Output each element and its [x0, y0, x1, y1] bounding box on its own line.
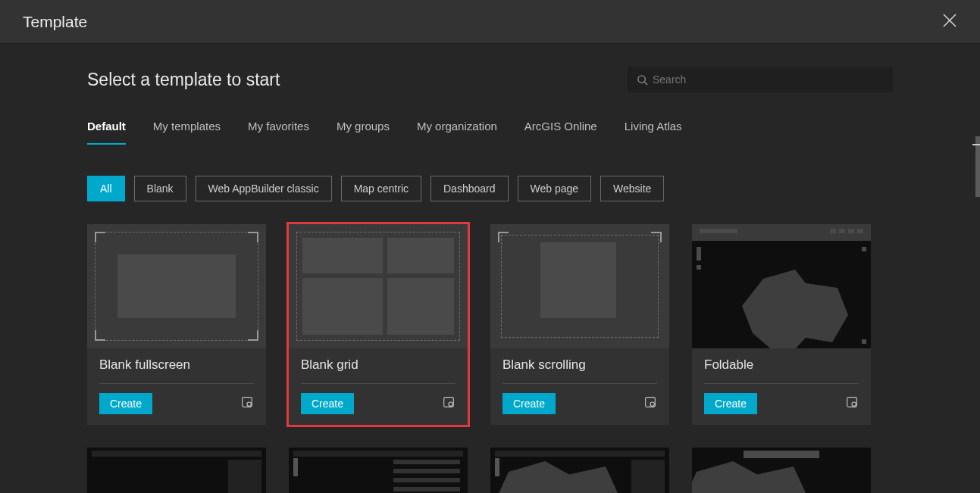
- template-card-blank-fullscreen[interactable]: Blank fullscreen Create: [87, 224, 266, 425]
- tab-my-organization[interactable]: My organization: [417, 120, 497, 145]
- dialog-header: Template: [0, 0, 980, 44]
- category-filters: All Blank Web AppBuilder classic Map cen…: [87, 176, 893, 201]
- filter-blank[interactable]: Blank: [134, 176, 186, 201]
- template-title: Blank scrolling: [503, 357, 657, 384]
- svg-point-2: [638, 75, 645, 82]
- template-grid: Blank fullscreen Create Blank grid: [87, 224, 893, 493]
- filter-web-appbuilder[interactable]: Web AppBuilder classic: [196, 176, 332, 201]
- svg-point-7: [449, 402, 452, 406]
- template-card-blank-scrolling[interactable]: Blank scrolling Create: [490, 224, 669, 425]
- tab-my-groups[interactable]: My groups: [337, 120, 390, 145]
- filter-map-centric[interactable]: Map centric: [341, 176, 421, 201]
- tab-living-atlas[interactable]: Living Atlas: [625, 120, 682, 145]
- template-thumb: [289, 224, 468, 348]
- source-tabs: Default My templates My favorites My gro…: [87, 120, 893, 145]
- filter-website[interactable]: Website: [600, 176, 664, 201]
- create-button[interactable]: Create: [99, 393, 152, 414]
- close-icon: [942, 13, 957, 28]
- scrollbar[interactable]: [975, 136, 980, 197]
- preview-icon[interactable]: [240, 395, 254, 412]
- template-card-blank-grid[interactable]: Blank grid Create: [289, 224, 468, 425]
- template-card-partial-4[interactable]: [692, 448, 871, 493]
- template-title: Blank fullscreen: [99, 357, 254, 384]
- template-card-partial-2[interactable]: [289, 448, 468, 493]
- resize-handle-icon[interactable]: [972, 144, 980, 145]
- filter-web-page[interactable]: Web page: [518, 176, 592, 201]
- svg-line-3: [644, 82, 647, 85]
- svg-point-11: [852, 402, 856, 406]
- template-thumb: [692, 224, 871, 348]
- search-icon: [637, 74, 648, 86]
- filter-dashboard[interactable]: Dashboard: [431, 176, 509, 201]
- tab-my-templates[interactable]: My templates: [153, 120, 221, 145]
- template-title: Blank grid: [301, 357, 456, 384]
- top-row: Select a template to start: [87, 67, 893, 92]
- template-thumb: [87, 224, 266, 348]
- tab-my-favorites[interactable]: My favorites: [248, 120, 309, 145]
- search-field[interactable]: [628, 67, 893, 92]
- create-button[interactable]: Create: [503, 393, 556, 414]
- svg-point-5: [247, 402, 251, 406]
- tab-arcgis-online[interactable]: ArcGIS Online: [524, 120, 597, 145]
- close-button[interactable]: [942, 11, 957, 33]
- page-title: Template: [23, 13, 87, 31]
- search-input[interactable]: [653, 73, 884, 86]
- template-thumb: [490, 224, 669, 348]
- content-area: Select a template to start Default My te…: [0, 44, 980, 493]
- template-card-partial-3[interactable]: [490, 448, 669, 493]
- svg-point-9: [650, 402, 654, 406]
- preview-icon[interactable]: [643, 395, 657, 412]
- template-card-partial-1[interactable]: [87, 448, 266, 493]
- preview-icon[interactable]: [845, 395, 859, 412]
- subheading: Select a template to start: [87, 70, 280, 90]
- template-card-foldable[interactable]: Foldable Create: [692, 224, 871, 425]
- tab-default[interactable]: Default: [87, 120, 126, 145]
- filter-all[interactable]: All: [87, 176, 125, 201]
- template-title: Foldable: [704, 357, 859, 384]
- preview-icon[interactable]: [442, 395, 456, 412]
- create-button[interactable]: Create: [301, 393, 354, 414]
- create-button[interactable]: Create: [704, 393, 757, 414]
